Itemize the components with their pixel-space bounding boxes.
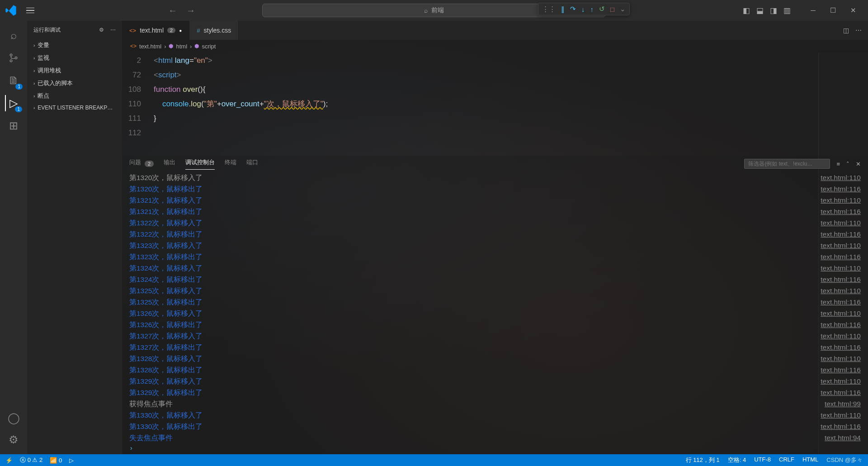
console-source-link[interactable]: text.html:94 <box>825 432 861 442</box>
extensions-icon[interactable]: ⊞ <box>5 118 22 134</box>
console-source-link[interactable]: text.html:116 <box>821 319 861 330</box>
sidebar-section-variables[interactable]: ›变量 <box>27 39 122 52</box>
step-over-icon[interactable]: ↷ <box>570 5 576 13</box>
sidebar-section-callstack[interactable]: ›调用堆栈 <box>27 64 122 77</box>
status-language[interactable]: HTML <box>802 456 818 464</box>
status-errors-warnings[interactable]: ⓧ 0 ⚠ 2 <box>20 456 42 464</box>
pause-icon[interactable]: ‖ <box>561 5 565 13</box>
filter-settings-icon[interactable]: ≡ <box>836 161 840 167</box>
stop-icon[interactable]: □ <box>610 5 614 13</box>
console-source-link[interactable]: text.html:116 <box>821 274 861 285</box>
panel-tab-ports[interactable]: 端口 <box>246 158 258 169</box>
html-file-icon: <> <box>129 27 136 34</box>
status-eol[interactable]: CRLF <box>779 456 794 464</box>
nav-forward-icon[interactable]: → <box>186 5 195 16</box>
console-source-link[interactable]: text.html:116 <box>821 206 861 217</box>
search-activity-icon[interactable]: ⌕ <box>5 27 22 43</box>
status-encoding[interactable]: UTF-8 <box>754 456 771 464</box>
sidebar-section-event-listeners[interactable]: ›EVENT LISTENER BREAKP… <box>27 102 122 113</box>
debug-badge: 1 <box>15 106 22 112</box>
console-source-link[interactable]: text.html:110 <box>821 330 861 342</box>
sidebar-more-icon[interactable]: ⋯ <box>110 27 116 33</box>
vscode-logo-icon <box>5 4 17 17</box>
console-source-link[interactable]: text.html:110 <box>821 353 861 364</box>
console-message: 第1323次，鼠标移入了 <box>129 240 203 251</box>
console-source-link[interactable]: text.html:110 <box>821 217 861 228</box>
hamburger-menu-icon[interactable] <box>26 5 37 16</box>
split-editor-icon[interactable]: ◫ <box>843 27 849 34</box>
code-editor[interactable]: 272108110111112 <html lang="en"> <script… <box>122 52 868 156</box>
console-filter-input[interactable] <box>744 159 830 169</box>
toggle-panel-icon[interactable]: ⬓ <box>756 6 764 15</box>
step-into-icon[interactable]: ↓ <box>581 5 585 13</box>
panel-tab-output[interactable]: 输出 <box>164 158 175 169</box>
toggle-primary-sidebar-icon[interactable]: ◧ <box>743 6 750 15</box>
sidebar-section-loaded-scripts[interactable]: ›已载入的脚本 <box>27 77 122 90</box>
console-source-link[interactable]: text.html:116 <box>821 421 861 432</box>
source-control-icon[interactable] <box>5 50 22 66</box>
console-source-link[interactable]: text.html:110 <box>821 240 861 251</box>
status-indentation[interactable]: 空格: 4 <box>728 456 746 464</box>
console-source-link[interactable]: text.html:116 <box>821 183 861 195</box>
debug-console[interactable]: 第1320次，鼠标移入了text.html:110第1320次，鼠标移出了tex… <box>122 172 868 442</box>
console-message: 第1328次，鼠标移入了 <box>129 353 203 364</box>
panel-tab-problems[interactable]: 问题 <box>129 158 141 169</box>
chevron-right-icon: › <box>33 94 35 99</box>
panel-tab-debug-console[interactable]: 调试控制台 <box>185 158 215 170</box>
maximize-icon[interactable]: ☐ <box>830 6 836 14</box>
console-source-link[interactable]: text.html:116 <box>821 387 861 398</box>
console-source-link[interactable]: text.html:116 <box>821 296 861 308</box>
console-message: 第1324次，鼠标移入了 <box>129 262 203 274</box>
debug-dropdown-icon[interactable]: ⌄ <box>620 5 626 13</box>
console-prompt[interactable]: › <box>122 442 868 454</box>
console-source-link[interactable]: text.html:116 <box>821 228 861 240</box>
status-debug-icon[interactable]: ▷ <box>69 457 74 464</box>
more-actions-icon[interactable]: ⋯ <box>855 27 862 34</box>
console-source-link[interactable]: text.html:116 <box>821 364 861 376</box>
console-source-link[interactable]: text.html:116 <box>821 342 861 353</box>
status-cursor-position[interactable]: 行 112，列 1 <box>686 456 720 464</box>
search-icon: ⌕ <box>424 7 428 14</box>
status-ports[interactable]: 📶 0 <box>50 457 62 464</box>
console-source-link[interactable]: text.html:99 <box>825 398 861 409</box>
code-content[interactable]: <html lang="en"> <script> function over(… <box>154 52 868 156</box>
console-message: 获得焦点事件 <box>129 398 173 409</box>
customize-layout-icon[interactable]: ▥ <box>783 6 791 15</box>
chevron-right-icon: › <box>33 81 35 86</box>
minimize-icon[interactable]: ─ <box>811 6 816 14</box>
sidebar-title: 运行和调试 <box>33 26 61 34</box>
sidebar-section-watch[interactable]: ›监视 <box>27 52 122 64</box>
console-source-link[interactable]: text.html:110 <box>821 285 861 296</box>
console-source-link[interactable]: text.html:110 <box>821 409 861 421</box>
toggle-secondary-sidebar-icon[interactable]: ◨ <box>770 6 777 15</box>
remote-indicator-icon[interactable]: ⚡ <box>5 457 13 464</box>
breadcrumb[interactable]: <> text.html› ⬢ html› ⬢ script <box>122 40 868 52</box>
drag-handle-icon[interactable]: ⋮⋮ <box>542 5 556 13</box>
console-source-link[interactable]: text.html:110 <box>821 172 861 183</box>
sidebar-section-breakpoints[interactable]: ›断点 <box>27 90 122 102</box>
explorer-badge: 1 <box>15 84 23 90</box>
explorer-icon[interactable]: 🗎1 <box>5 72 22 89</box>
nav-back-icon[interactable]: ← <box>168 5 177 16</box>
run-debug-icon[interactable]: ▷1 <box>5 95 21 111</box>
panel-tab-terminal[interactable]: 终端 <box>225 158 236 169</box>
console-source-link[interactable]: text.html:110 <box>821 195 861 206</box>
console-source-link[interactable]: text.html:110 <box>821 376 861 387</box>
step-out-icon[interactable]: ↑ <box>590 5 594 13</box>
console-message: 第1325次，鼠标移出了 <box>129 296 203 308</box>
console-message: 第1320次，鼠标移出了 <box>129 183 203 195</box>
chevron-right-icon: › <box>33 68 35 73</box>
console-source-link[interactable]: text.html:110 <box>821 262 861 274</box>
console-source-link[interactable]: text.html:110 <box>821 308 861 319</box>
panel-maximize-icon[interactable]: ˄ <box>846 161 849 167</box>
sidebar-settings-icon[interactable]: ⚙ <box>99 27 104 33</box>
tab-text-html[interactable]: <> text.html 2 ● <box>122 21 189 40</box>
tab-styles-css[interactable]: # styles.css <box>189 21 239 40</box>
close-icon[interactable]: ✕ <box>850 6 856 14</box>
console-source-link[interactable]: text.html:116 <box>821 251 861 262</box>
settings-gear-icon[interactable]: ⚙ <box>5 432 22 448</box>
accounts-icon[interactable]: ◯ <box>5 410 22 426</box>
tab-actions: ◫ ⋯ <box>837 21 868 40</box>
restart-icon[interactable]: ↺ <box>599 5 605 13</box>
panel-close-icon[interactable]: ✕ <box>856 161 861 167</box>
